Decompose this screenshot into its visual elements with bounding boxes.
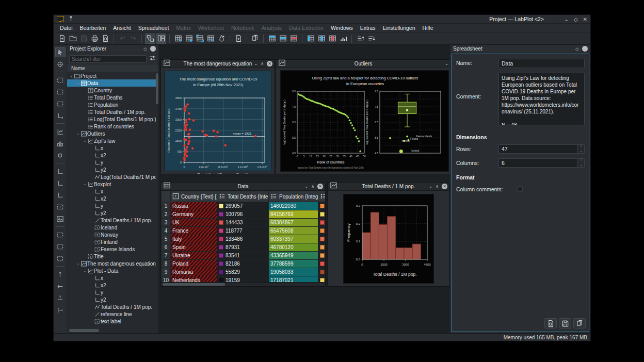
country-cell[interactable]: Poland [171, 260, 217, 268]
row-number[interactable]: 3 [162, 219, 171, 227]
window-minimize-icon[interactable]: ⌄ [254, 61, 257, 66]
column-header[interactable] [318, 191, 326, 202]
population-cell[interactable]: 46780120 [269, 243, 318, 252]
tree-item-rank-of-countries[interactable]: Rank of countries [67, 123, 156, 130]
columns-increment-icon[interactable]: ⌃ [578, 159, 584, 163]
tree-item-faeroe-islands[interactable]: TFaeroe Islands [67, 245, 156, 253]
tree-item-x2[interactable]: x2 [67, 152, 156, 159]
country-cell[interactable]: Netherlands [171, 276, 217, 283]
tree-item-finland[interactable]: TFinland [67, 238, 156, 245]
extra-cell[interactable] [318, 227, 326, 235]
extra-cell[interactable] [318, 252, 326, 260]
column-header[interactable]: Total Deaths {Integer} [Y] [217, 191, 269, 202]
columns-spinbox[interactable] [498, 158, 577, 168]
population-cell[interactable]: 65475608 [269, 227, 318, 235]
add-plot-curve-button[interactable] [55, 126, 66, 137]
extra-cell[interactable] [318, 235, 326, 243]
total-deaths-cell[interactable]: 87931 [217, 243, 269, 252]
tree-item-x[interactable]: x [67, 144, 156, 152]
spreadsheet-select-region-button[interactable] [195, 34, 205, 44]
population-cell[interactable]: 17187021 [269, 276, 318, 283]
population-cell[interactable]: 60337397 [269, 235, 318, 243]
country-cell[interactable]: Germany [171, 210, 217, 219]
window-titlebar[interactable]: Project — LabPlot <2> ⌄◇✕ [54, 15, 590, 24]
extra-cell[interactable] [318, 268, 326, 276]
columns-decrement-icon[interactable]: ⌄ [578, 163, 584, 167]
column-statistics-button[interactable] [338, 34, 348, 44]
tree-item-x[interactable]: x [67, 274, 156, 282]
tree-item-data[interactable]: ⌄Data [67, 79, 156, 87]
total-deaths-cell[interactable]: 83541 [217, 252, 269, 260]
insert-column-left-button[interactable] [305, 34, 316, 44]
window-minimize-icon[interactable]: ⌄ [429, 184, 432, 189]
add-new-dropdown[interactable]: ⌄ [244, 34, 249, 44]
name-field[interactable] [498, 59, 585, 68]
population-cell[interactable]: 84158769 [269, 210, 318, 219]
tree-item-total-deaths-1m-pop-[interactable]: Total Deaths / 1M pop. [67, 217, 156, 224]
tree-item-total-deaths[interactable]: Total Deaths [67, 94, 156, 101]
tree-item-zipf-s-law[interactable]: ⌄Zipf's law [67, 137, 156, 144]
add-axis-1-button[interactable] [55, 166, 66, 176]
shift-up-y-button[interactable] [55, 305, 66, 315]
maximize-icon[interactable]: ◇ [574, 15, 578, 23]
add-axis-2-button[interactable] [55, 178, 66, 188]
country-cell[interactable]: UK [171, 219, 217, 227]
extra-cell[interactable] [318, 210, 326, 219]
zoom-origin-button[interactable] [55, 253, 66, 264]
close-icon[interactable]: ✕ [583, 15, 587, 23]
row-number[interactable]: 5 [162, 235, 171, 243]
population-cell[interactable]: 68384867 [269, 219, 318, 227]
add-boxplot-button[interactable] [55, 150, 66, 160]
country-cell[interactable]: Italy [171, 235, 217, 243]
corner-cell[interactable] [162, 191, 171, 202]
row-number[interactable]: 1 [162, 202, 171, 210]
row-number[interactable]: 8 [162, 260, 171, 268]
cursor-tool-button[interactable] [55, 110, 66, 121]
population-cell[interactable]: 43365949 [269, 252, 318, 260]
country-cell[interactable]: Spain [171, 243, 217, 252]
population-cell[interactable]: 37788599 [269, 260, 318, 268]
window-maximize-icon[interactable]: ∧ [261, 61, 264, 66]
tree-item-y[interactable]: y [67, 289, 156, 296]
country-cell[interactable]: France [171, 227, 217, 235]
tree-item-total-deaths-1m-pop-[interactable]: Total Deaths / 1M pop. [67, 108, 156, 116]
add-new-button[interactable] [233, 34, 244, 44]
duplicate-button[interactable] [250, 34, 260, 44]
zoom-y-select-button[interactable] [55, 98, 66, 109]
row-number[interactable]: 9 [162, 268, 171, 276]
total-deaths-cell[interactable]: 118777 [217, 227, 269, 235]
zoom-x-select-button[interactable] [55, 87, 66, 97]
total-deaths-cell[interactable]: 82186 [217, 260, 269, 268]
column-header[interactable]: Population {Integer} [Y] [269, 191, 318, 202]
expander-icon[interactable]: ⌄ [83, 269, 87, 273]
country-cell[interactable]: Russia [171, 202, 217, 210]
tree-item-norway[interactable]: TNorway [67, 231, 156, 238]
zoom-in-button[interactable] [55, 229, 66, 240]
window-maximize-icon[interactable]: ∧ [311, 184, 314, 189]
row-number[interactable]: 10 [162, 276, 171, 283]
tree-item-population[interactable]: Population [67, 101, 156, 108]
extra-cell[interactable] [318, 276, 326, 283]
tree-item-text-label[interactable]: Ttext label [67, 318, 156, 325]
select-cursor-button[interactable] [55, 47, 66, 57]
sort-ascending-button[interactable] [355, 34, 365, 44]
remove-columns-button[interactable] [327, 34, 337, 44]
equation-plot[interactable]: The most dangerous equation and COVID-19… [165, 71, 272, 174]
window-minimize-icon[interactable]: ⌄ [445, 61, 448, 66]
window-outliers[interactable]: Outliers ⌄ Using Zipf's law and a boxplo… [276, 59, 450, 174]
extra-cell[interactable] [318, 202, 326, 210]
worksheet-view[interactable]: Using Zipf's law and a boxplot for detec… [276, 68, 450, 174]
total-deaths-cell[interactable]: 100796 [217, 210, 269, 219]
tree-horizontal-scrollbar[interactable] [69, 329, 99, 332]
tree-item-boxplot[interactable]: ⌄Boxplot [67, 180, 156, 188]
add-text-label-button[interactable]: T [55, 202, 66, 212]
spreadsheet-export-button[interactable] [205, 34, 216, 44]
print-preview-button[interactable] [100, 34, 110, 44]
save-button[interactable] [559, 318, 571, 328]
window-maximize-icon[interactable]: ∧ [436, 184, 439, 189]
toggle-project-explorer-button[interactable] [145, 34, 155, 44]
navigate-crosshair-button[interactable] [55, 59, 66, 69]
menu-windows[interactable]: Windows [328, 24, 356, 31]
worksheet-view[interactable]: The most dangerous equation and COVID-19… [161, 68, 275, 174]
toggle-properties-explorer-button[interactable] [156, 34, 166, 44]
